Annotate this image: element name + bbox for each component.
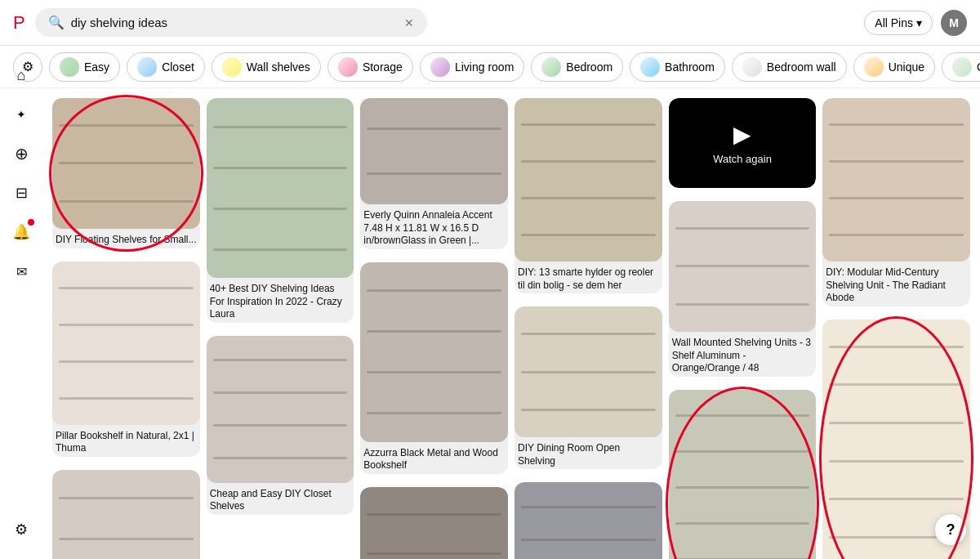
all-pins-dropdown[interactable]: All Pins ▾ xyxy=(864,11,933,35)
pin-column-1: •••DIY Floating Shelves for Small...•••P… xyxy=(52,98,200,559)
pin-column-3: •••Everly Quinn Annaleia Accent 7.48 H x… xyxy=(360,98,508,559)
pin-card[interactable]: •••Azzurra Black Metal and Wood Bookshel… xyxy=(360,262,508,474)
pin-card[interactable]: ••• xyxy=(52,470,200,559)
chip-label: Storage xyxy=(363,60,403,74)
chip-thumbnail xyxy=(430,57,450,77)
pin-column-6: •••DIY: Modular Mid-Century Shelving Uni… xyxy=(822,98,970,559)
sidebar-item-create[interactable]: ⊕ xyxy=(5,137,38,170)
main-content: •••DIY Floating Shelves for Small...•••P… xyxy=(42,88,980,559)
chip-label: Living room xyxy=(455,60,514,74)
pin-column-2: •••40+ Best DIY Shelving Ideas For Inspi… xyxy=(207,98,354,559)
chip-label: Closet xyxy=(162,60,194,74)
notification-badge xyxy=(28,219,34,226)
sidebar-item-home[interactable]: ⌂ xyxy=(5,59,38,92)
pin-card[interactable]: •••DIY Floating Shelves for Small... xyxy=(52,98,200,248)
chip-label: Bedroom xyxy=(566,60,612,74)
filter-chip-cheap[interactable]: Cheap xyxy=(942,52,980,82)
pin-column-4: •••DIY: 13 smarte hylder og reoler til d… xyxy=(514,98,662,559)
pin-card[interactable]: •••Cheap and Easy DIY Closet Shelves xyxy=(207,336,354,515)
filter-chip-storage[interactable]: Storage xyxy=(327,52,413,82)
chip-thumbnail xyxy=(222,57,242,77)
pin-card[interactable]: •••40+ Best DIY Shelving Ideas For Inspi… xyxy=(207,98,354,323)
clear-search-button[interactable]: ✕ xyxy=(404,16,414,29)
chip-thumbnail xyxy=(137,57,157,77)
search-icon: 🔍 xyxy=(48,15,65,30)
header-right: All Pins ▾ M xyxy=(864,10,967,36)
help-button[interactable]: ? xyxy=(934,513,967,546)
chip-label: Cheap xyxy=(977,60,980,74)
all-pins-label: All Pins xyxy=(875,16,913,29)
sidebar-item-saved[interactable]: ⊟ xyxy=(5,177,38,209)
pin-card[interactable]: •••16 Easiest DIY Bookshelf Ideas xyxy=(360,487,508,559)
chip-label: Easy xyxy=(84,60,109,74)
filter-chip-bedroom[interactable]: Bedroom xyxy=(531,52,623,82)
filter-chip-living-room[interactable]: Living room xyxy=(420,52,524,82)
play-icon: ▶ xyxy=(733,121,751,148)
left-sidebar: ⌂ ✦ ⊕ ⊟ 🔔 ✉ ⚙ xyxy=(0,46,42,559)
filter-chip-unique[interactable]: Unique xyxy=(853,52,935,82)
chip-thumbnail xyxy=(952,57,972,77)
pin-card[interactable]: •••Wall Mounted Shelving Units - 3 Shelf… xyxy=(669,201,817,377)
pin-card[interactable]: •••DIY Dining Room Open Shelving xyxy=(514,306,662,469)
pin-grid: •••DIY Floating Shelves for Small...•••P… xyxy=(52,98,970,559)
pin-card[interactable]: •••How to Maximize Space with DIY ... xyxy=(669,390,817,559)
search-bar: 🔍 ✕ xyxy=(35,8,427,37)
chip-thumbnail xyxy=(864,57,884,77)
sidebar-item-explore[interactable]: ✦ xyxy=(5,98,38,131)
sidebar-item-messages[interactable]: ✉ xyxy=(5,255,38,288)
chip-thumbnail xyxy=(742,57,762,77)
chip-label: Bedroom wall xyxy=(767,60,836,74)
watch-again-card[interactable]: ▶ Watch again xyxy=(669,98,817,188)
chip-label: Wall shelves xyxy=(247,60,310,74)
filter-chip-easy[interactable]: Easy xyxy=(49,52,120,82)
pin-card[interactable]: •••DIY: Modular Mid-Century Shelving Uni… xyxy=(822,98,970,306)
chip-thumbnail xyxy=(640,57,660,77)
pin-card[interactable]: •••Shelf Life: 10 Bookcases You Can Make… xyxy=(514,482,662,559)
filter-chip-wall-shelves[interactable]: Wall shelves xyxy=(212,52,321,82)
filter-chips: EasyClosetWall shelvesStorageLiving room… xyxy=(49,52,980,82)
filter-chip-bedroom-wall[interactable]: Bedroom wall xyxy=(732,52,847,82)
search-input[interactable] xyxy=(71,16,398,29)
chevron-down-icon: ▾ xyxy=(916,16,922,29)
watch-again-label: Watch again xyxy=(713,153,772,165)
pin-card[interactable]: •••Everly Quinn Annaleia Accent 7.48 H x… xyxy=(360,98,508,249)
filter-bar: ⚙ EasyClosetWall shelvesStorageLiving ro… xyxy=(0,46,980,88)
chip-label: Bathroom xyxy=(665,60,715,74)
pinterest-logo[interactable]: P xyxy=(13,12,25,34)
filter-chip-bathroom[interactable]: Bathroom xyxy=(630,52,725,82)
pin-card[interactable]: ▶ Watch again xyxy=(669,98,817,188)
chip-thumbnail xyxy=(541,57,561,77)
filter-chip-closet[interactable]: Closet xyxy=(127,52,205,82)
chip-thumbnail xyxy=(60,57,79,77)
user-avatar[interactable]: M xyxy=(941,10,967,36)
pin-column-5: ▶ Watch again •••Wall Mounted Shelving U… xyxy=(669,98,817,559)
pin-card[interactable]: •••Pillar Bookshelf in Natural, 2x1 | Th… xyxy=(52,262,200,457)
chip-thumbnail xyxy=(338,57,358,77)
sidebar-item-settings[interactable]: ⚙ xyxy=(5,513,38,546)
chip-label: Unique xyxy=(889,60,924,74)
header: P 🔍 ✕ All Pins ▾ M xyxy=(0,0,980,46)
pin-card[interactable]: •••DIY: 13 smarte hylder og reoler til d… xyxy=(514,98,662,293)
sidebar-item-notifications[interactable]: 🔔 xyxy=(5,216,38,248)
